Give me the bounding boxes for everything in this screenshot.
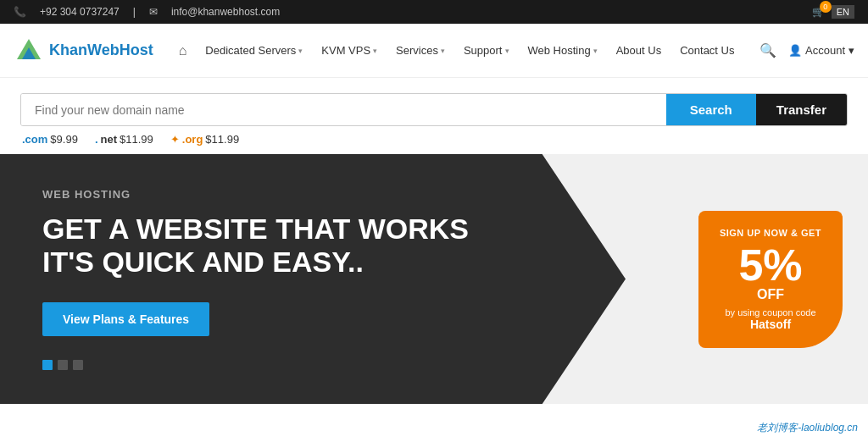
account-chevron-icon: ▾ [849,44,854,57]
phone-number: +92 304 0737247 [40,6,120,18]
hero-dots [42,360,653,370]
email-icon: ✉ [149,6,158,18]
email-address: info@khanwebhost.com [171,6,280,18]
tld-com: .com $9.99 [22,133,78,146]
phone-icon: 📞 [14,6,26,18]
logo-text: KhanWebHost [49,41,153,59]
chevron-down-icon: ▾ [441,47,445,55]
separator: | [133,6,136,18]
top-bar: 📞 +92 304 0737247 | ✉ info@khanwebhost.c… [0,0,868,24]
top-bar-right: 🛒 0 EN [812,5,854,19]
nav-about-us-label: About Us [616,44,661,57]
promo-off-text: OFF [712,287,829,302]
logo-link[interactable]: KhanWebHost [14,36,153,66]
nav-services[interactable]: Services ▾ [387,37,453,64]
search-icon-button[interactable]: 🔍 [754,37,782,64]
language-button[interactable]: EN [832,5,854,19]
nav-kvm-vps[interactable]: KVM VPS ▾ [313,37,386,64]
hero-heading: GET A WEBSITE THAT WORKS IT'S QUICK AND … [42,213,517,279]
nav-items: ⌂ Dedicated Servers ▾ KVM VPS ▾ Services… [170,36,754,65]
tld-net: .net $11.99 [95,133,153,146]
chevron-down-icon: ▾ [298,47,303,55]
nav-web-hosting-label: Web Hosting [528,44,591,57]
nav-contact-us[interactable]: Contact Us [671,37,743,64]
domain-search-input[interactable] [21,94,666,125]
hero-section: WEB HOSTING GET A WEBSITE THAT WORKS IT'… [0,154,868,404]
domain-search-section: Search Transfer .com $9.99 .net $11.99 ✦… [0,78,868,154]
nav-support-label: Support [464,44,503,57]
nav-dedicated-servers[interactable]: Dedicated Servers ▾ [197,37,311,64]
view-plans-button[interactable]: View Plans & Features [42,302,209,336]
tld-com-name: .com [22,133,47,146]
promo-percent-row: 5% [712,243,829,287]
tld-org-icon: ✦ [170,133,180,146]
domain-search-bar: Search Transfer [20,93,848,126]
tld-net-dot: . [95,133,98,146]
chevron-down-icon: ▾ [373,47,377,55]
nav-support[interactable]: Support ▾ [455,37,518,64]
promo-code: Hatsoff [712,318,829,331]
promo-by-text: by using coupon code [712,307,829,318]
tld-net-name: net [101,133,118,146]
nav-web-hosting[interactable]: Web Hosting ▾ [520,37,606,64]
top-bar-left: 📞 +92 304 0737247 | ✉ info@khanwebhost.c… [14,6,280,18]
hero-dot-3[interactable] [73,360,83,370]
account-label: Account [805,44,845,57]
tld-org: ✦ .org $11.99 [170,133,239,146]
hero-dot-1[interactable] [42,360,53,370]
logo-svg [14,36,44,66]
tld-org-price: $11.99 [205,133,239,146]
nav-home[interactable]: ⌂ [170,36,196,65]
cart-badge: 0 [820,1,832,13]
tld-net-price: $11.99 [120,133,153,146]
hero-dot-2[interactable] [58,360,68,370]
chevron-down-icon: ▾ [593,47,598,55]
domain-search-button[interactable]: Search [666,94,756,125]
chevron-down-icon: ▾ [505,47,509,55]
tld-org-name: .org [182,133,203,146]
nav-dedicated-servers-label: Dedicated Servers [205,44,296,57]
hero-label: WEB HOSTING [42,188,653,201]
cart-wrap[interactable]: 🛒 0 [812,6,825,18]
nav-right: 🔍 👤 Account ▾ [754,37,854,64]
navbar: KhanWebHost ⌂ Dedicated Servers ▾ KVM VP… [0,24,868,78]
nav-kvm-vps-label: KVM VPS [321,44,370,57]
nav-contact-us-label: Contact Us [680,44,734,57]
account-button[interactable]: 👤 Account ▾ [788,44,854,57]
promo-card: SIGN UP NOW & GET 5% OFF by using coupon… [698,211,843,348]
home-icon: ⌂ [179,43,187,58]
promo-percent: 5% [738,243,802,287]
domain-transfer-button[interactable]: Transfer [756,94,847,125]
hero-dark-shape: WEB HOSTING GET A WEBSITE THAT WORKS IT'… [0,154,695,404]
nav-services-label: Services [396,44,438,57]
domain-tlds: .com $9.99 .net $11.99 ✦ .org $11.99 [20,126,848,146]
promo-signup-text: SIGN UP NOW & GET [712,228,829,238]
nav-about-us[interactable]: About Us [608,37,670,64]
tld-com-price: $9.99 [50,133,78,146]
account-person-icon: 👤 [788,44,802,57]
